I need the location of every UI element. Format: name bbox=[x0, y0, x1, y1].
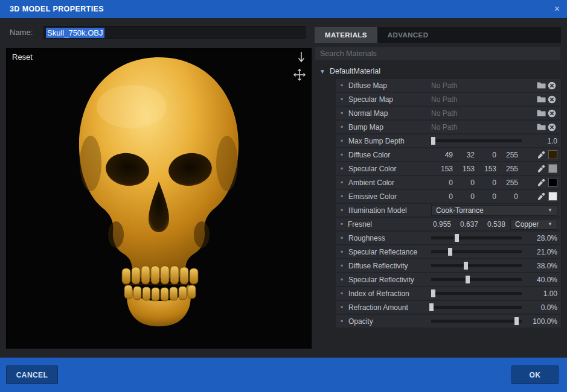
row-normal-map: • Normal Map No Path bbox=[336, 107, 561, 119]
name-input[interactable]: Skull_750k.OBJ bbox=[43, 26, 306, 39]
folder-browse-icon[interactable] bbox=[536, 108, 546, 119]
specular-reflectance-slider[interactable] bbox=[431, 250, 522, 253]
pan-move-icon[interactable] bbox=[293, 68, 306, 84]
color-swatch[interactable] bbox=[548, 150, 557, 159]
reset-view-button[interactable]: Reset bbox=[12, 52, 33, 62]
map-path-value: No Path bbox=[431, 123, 536, 131]
close-icon[interactable]: × bbox=[554, 4, 560, 14]
slider-handle[interactable] bbox=[429, 303, 434, 311]
eyedropper-icon[interactable] bbox=[536, 150, 546, 160]
row-roughness: • Roughness 28.0% bbox=[336, 232, 561, 244]
max-bump-depth-slider[interactable] bbox=[431, 139, 522, 142]
fresnel-b-field[interactable]: 0.538 bbox=[478, 220, 505, 229]
bullet-icon: • bbox=[341, 289, 348, 298]
eyedropper-icon[interactable] bbox=[536, 177, 546, 188]
color-g-field[interactable]: 32 bbox=[453, 151, 475, 159]
slider-handle[interactable] bbox=[514, 317, 519, 325]
folder-browse-icon[interactable] bbox=[536, 80, 546, 91]
row-label: Opacity bbox=[348, 317, 431, 326]
slider-handle[interactable] bbox=[455, 234, 459, 242]
color-b-field[interactable]: 0 bbox=[475, 192, 496, 201]
slider-handle[interactable] bbox=[466, 276, 470, 283]
row-label: Specular Reflectivity bbox=[348, 276, 431, 284]
fresnel-r-field[interactable]: 0.955 bbox=[424, 220, 451, 229]
color-g-field[interactable]: 0 bbox=[453, 192, 475, 201]
fresnel-g-field[interactable]: 0.637 bbox=[451, 220, 478, 229]
bullet-icon: • bbox=[341, 276, 348, 284]
bullet-icon: • bbox=[341, 81, 348, 90]
color-r-field[interactable]: 0 bbox=[431, 192, 453, 201]
zoom-extents-icon[interactable] bbox=[296, 51, 306, 67]
tab-advanced[interactable]: ADVANCED bbox=[377, 27, 439, 43]
material-group-header[interactable]: ▼ DefaultMaterial bbox=[315, 65, 561, 78]
dropdown-selected-value: Cook-Torrance bbox=[436, 206, 548, 215]
chevron-down-icon: ▼ bbox=[548, 207, 553, 213]
3d-viewport[interactable]: Reset bbox=[6, 48, 312, 349]
clear-map-icon[interactable] bbox=[546, 122, 557, 133]
bullet-icon: • bbox=[341, 123, 348, 131]
specular-reflectivity-slider[interactable] bbox=[431, 278, 522, 281]
bullet-icon: • bbox=[341, 317, 348, 326]
illumination-model-dropdown[interactable]: Cook-Torrance ▼ bbox=[431, 205, 557, 216]
slider-handle[interactable] bbox=[448, 248, 452, 256]
row-label: Illumination Model bbox=[348, 206, 431, 215]
color-b-field[interactable]: 0 bbox=[475, 151, 496, 159]
row-label: Normal Map bbox=[348, 109, 431, 118]
slider-value: 21.0% bbox=[527, 248, 557, 256]
index-of-refraction-slider[interactable] bbox=[431, 292, 522, 295]
diffuse-reflectivity-slider[interactable] bbox=[431, 264, 522, 267]
tab-materials[interactable]: MATERIALS bbox=[315, 27, 377, 43]
clear-map-icon[interactable] bbox=[546, 80, 557, 91]
dialog-title: 3D MODEL PROPERTIES bbox=[10, 5, 554, 13]
bullet-icon: • bbox=[341, 220, 348, 229]
color-r-field[interactable]: 49 bbox=[431, 151, 453, 159]
slider-handle[interactable] bbox=[464, 262, 468, 270]
folder-browse-icon[interactable] bbox=[536, 122, 546, 133]
slider-value: 100.0% bbox=[527, 317, 557, 326]
color-r-field[interactable]: 0 bbox=[431, 179, 453, 187]
bullet-icon: • bbox=[341, 95, 348, 104]
opacity-slider[interactable] bbox=[431, 320, 522, 323]
refraction-amount-slider[interactable] bbox=[431, 306, 522, 309]
color-swatch[interactable] bbox=[548, 192, 557, 201]
folder-browse-icon[interactable] bbox=[536, 94, 546, 105]
color-a-field[interactable]: 255 bbox=[496, 179, 518, 187]
bullet-icon: • bbox=[341, 179, 348, 187]
color-swatch[interactable] bbox=[548, 164, 557, 173]
color-swatch[interactable] bbox=[548, 178, 557, 187]
row-label: Fresnel bbox=[348, 220, 424, 229]
ok-button[interactable]: OK bbox=[511, 365, 559, 384]
clear-map-icon[interactable] bbox=[546, 108, 557, 119]
fresnel-preset-dropdown[interactable]: Copper ▼ bbox=[510, 219, 557, 230]
search-materials-input[interactable] bbox=[315, 46, 561, 61]
cancel-button[interactable]: CANCEL bbox=[6, 365, 58, 384]
row-diffuse-color: • Diffuse Color 49 32 0 255 bbox=[336, 148, 561, 161]
3d-model-properties-dialog: 3D MODEL PROPERTIES × Name: Skull_750k.O… bbox=[0, 0, 567, 392]
dropdown-selected-value: Copper bbox=[515, 220, 548, 229]
eyedropper-icon[interactable] bbox=[536, 191, 546, 202]
row-label: Ambient Color bbox=[348, 179, 431, 187]
clear-map-icon[interactable] bbox=[546, 94, 557, 105]
row-label: Index of Refraction bbox=[348, 289, 431, 298]
row-emissive-color: • Emissive Color 0 0 0 0 bbox=[336, 190, 561, 203]
row-max-bump-depth: • Max Bump Depth 1.0 bbox=[336, 134, 561, 147]
slider-value: 1.00 bbox=[527, 289, 557, 298]
color-b-field[interactable]: 153 bbox=[475, 165, 496, 173]
color-r-field[interactable]: 153 bbox=[431, 165, 453, 173]
color-g-field[interactable]: 0 bbox=[453, 179, 475, 187]
tab-bar: MATERIALS ADVANCED bbox=[315, 27, 561, 43]
row-label: Specular Reflectance bbox=[348, 248, 431, 256]
color-a-field[interactable]: 0 bbox=[496, 192, 518, 201]
eyedropper-icon[interactable] bbox=[536, 163, 546, 174]
material-rows: • Diffuse Map No Path • Specular Map No … bbox=[315, 79, 561, 327]
color-b-field[interactable]: 0 bbox=[475, 179, 496, 187]
color-a-field[interactable]: 255 bbox=[496, 165, 518, 173]
color-a-field[interactable]: 255 bbox=[496, 151, 518, 159]
row-index-of-refraction: • Index of Refraction 1.00 bbox=[336, 287, 561, 300]
slider-handle[interactable] bbox=[431, 289, 435, 297]
map-path-value: No Path bbox=[431, 109, 536, 118]
slider-handle[interactable] bbox=[431, 137, 435, 145]
dialog-body: Name: Skull_750k.OBJ bbox=[0, 18, 567, 358]
roughness-slider[interactable] bbox=[431, 236, 522, 239]
color-g-field[interactable]: 153 bbox=[453, 165, 475, 173]
